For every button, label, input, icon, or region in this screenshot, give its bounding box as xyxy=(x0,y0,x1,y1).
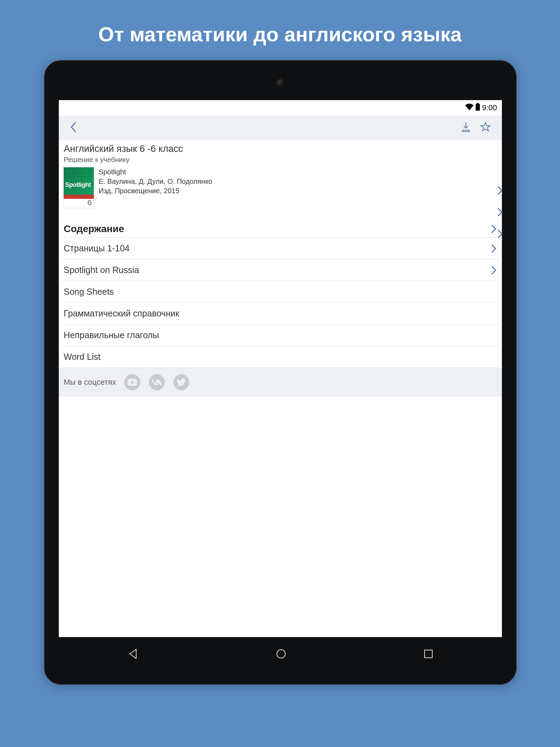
book-publisher: Изд. Просвещение, 2015 xyxy=(99,186,212,196)
list-item[interactable]: Неправильные глаголы xyxy=(62,324,498,346)
status-time: 9:00 xyxy=(482,103,497,112)
wifi-icon xyxy=(465,103,474,112)
youtube-icon[interactable] xyxy=(124,374,140,390)
social-label: Мы в соцсетях xyxy=(64,378,116,387)
page-subtitle: Решение к учебнику xyxy=(62,155,498,167)
nav-back-button[interactable] xyxy=(127,648,139,661)
back-button[interactable] xyxy=(65,119,82,137)
screen: 9:00 Английский язык 6 -6 класс Решен xyxy=(59,100,502,637)
nav-recent-button[interactable] xyxy=(423,649,434,661)
download-button[interactable] xyxy=(456,119,475,137)
list-item-label: Неправильные глаголы xyxy=(64,330,159,340)
page-title: Английский язык 6 -6 класс xyxy=(62,140,498,155)
book-title: Spotlight xyxy=(99,167,212,177)
chevron-right-icon xyxy=(491,244,497,253)
tablet-frame: 9:00 Английский язык 6 -6 класс Решен xyxy=(44,60,517,685)
status-bar: 9:00 xyxy=(59,100,502,116)
chevron-right-icon[interactable] xyxy=(497,229,503,239)
svg-rect-4 xyxy=(425,650,432,658)
vk-icon[interactable] xyxy=(149,374,165,390)
cover-brand: Spotlight xyxy=(65,181,91,189)
list-item[interactable]: Грамматический справочник xyxy=(62,303,498,324)
nav-home-button[interactable] xyxy=(275,648,287,661)
favorite-button[interactable] xyxy=(475,119,496,137)
list-item[interactable]: Страницы 1-104 xyxy=(62,238,498,259)
list-item[interactable]: Song Sheets xyxy=(62,281,498,303)
battery-icon xyxy=(476,103,480,113)
list-item-label: Страницы 1-104 xyxy=(64,243,130,253)
book-meta: Spotlight Е. Ваулина, Д. Дули, О. Подоля… xyxy=(99,167,212,208)
contents-list: Страницы 1-104Spotlight on RussiaSong Sh… xyxy=(62,238,498,368)
list-item-label: Грамматический справочник xyxy=(64,308,179,319)
list-item-label: Song Sheets xyxy=(64,287,114,297)
social-bar: Мы в соцсетях xyxy=(59,368,502,397)
section-header[interactable]: Содержание xyxy=(62,213,498,238)
cover-grade: 6 xyxy=(88,198,92,207)
book-cover: Spotlight 6 xyxy=(64,167,94,208)
app-toolbar xyxy=(59,116,502,140)
svg-rect-0 xyxy=(477,103,479,104)
android-nav-bar xyxy=(59,641,502,669)
list-item-label: Word List xyxy=(64,352,100,362)
svg-point-3 xyxy=(277,650,285,658)
promo-headline: От математики до англиского языка xyxy=(0,0,560,46)
chevron-right-icon xyxy=(491,224,497,234)
svg-rect-1 xyxy=(476,104,480,111)
tablet-camera xyxy=(277,79,284,86)
chevron-right-icon xyxy=(491,265,497,275)
section-header-label: Содержание xyxy=(64,223,124,235)
list-item[interactable]: Word List xyxy=(62,346,498,368)
list-item[interactable]: Spotlight on Russia xyxy=(62,259,498,281)
list-item-label: Spotlight on Russia xyxy=(64,265,139,275)
twitter-icon[interactable] xyxy=(173,374,189,390)
book-authors: Е. Ваулина, Д. Дули, О. Подолянко xyxy=(99,177,212,186)
book-header[interactable]: Spotlight 6 Spotlight Е. Ваулина, Д. Дул… xyxy=(62,167,498,213)
